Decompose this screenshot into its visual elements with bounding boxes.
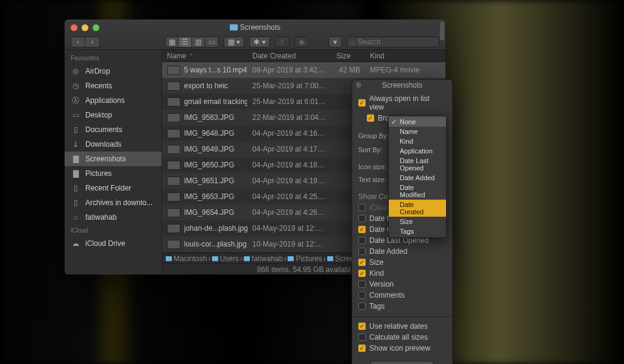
- column-view-button[interactable]: ▥: [192, 37, 205, 47]
- toolbar: ▦ ☰ ▥ ▭ ▦ ▾ ✱ ▾ ⇧ ◉ ▾ ⌕ Search: [165, 37, 439, 47]
- path-segment[interactable]: Macintosh: [166, 254, 207, 263]
- sidebar-item-documents[interactable]: ▯Documents: [65, 122, 161, 137]
- folder-icon: [327, 256, 333, 261]
- file-thumbnail-icon: [167, 192, 180, 201]
- use-as-defaults-button[interactable]: Use as Defaults: [370, 361, 434, 364]
- file-name: 5 ways t...s 10.mp4: [184, 66, 247, 74]
- menu-item-none[interactable]: None: [389, 117, 446, 127]
- folder-icon: [212, 256, 218, 261]
- path-segment[interactable]: Pictures: [288, 254, 322, 263]
- menu-item-date-modified[interactable]: Date Modified: [389, 183, 446, 200]
- house-icon: ⌂: [71, 213, 80, 222]
- tags-button[interactable]: ◉: [294, 37, 309, 47]
- file-name: IMG_9649.JPG: [184, 145, 235, 153]
- file-thumbnail-icon: [167, 145, 180, 154]
- dropdown-button[interactable]: ▾: [328, 37, 342, 47]
- file-date: 04-Apr-2019 at 4:17 am: [247, 145, 332, 153]
- group-by-menu[interactable]: NoneNameKindApplicationDate Last OpenedD…: [388, 115, 447, 238]
- file-name: gmail email tracking: [184, 97, 247, 106]
- file-thumbnail-icon: [167, 66, 180, 75]
- column-size[interactable]: Size: [332, 50, 365, 61]
- share-button[interactable]: ⇧: [275, 37, 289, 47]
- file-size: 42 MB: [332, 66, 365, 74]
- path-segment[interactable]: Users: [212, 254, 239, 263]
- file-date: 04-Apr-2019 at 4:16 am: [247, 129, 332, 138]
- list-view-button[interactable]: ☰: [179, 37, 192, 47]
- menu-item-kind[interactable]: Kind: [389, 136, 446, 146]
- window-controls: [71, 24, 99, 31]
- airdrop-icon: ◎: [71, 67, 80, 75]
- menu-item-size[interactable]: Size: [389, 217, 446, 226]
- menu-item-name[interactable]: Name: [389, 127, 446, 136]
- doc-icon: ▯: [71, 184, 80, 192]
- sidebar-item-label: Screenshots: [85, 155, 126, 163]
- sidebar-item-airdrop[interactable]: ◎AirDrop: [65, 64, 161, 79]
- sidebar-item-label: Recents: [85, 82, 112, 90]
- fullscreen-window-button[interactable]: [93, 24, 99, 31]
- sidebar-item-recent-folder[interactable]: ▯Recent Folder: [65, 181, 161, 195]
- file-name: IMG_9651.JPG: [184, 177, 235, 185]
- sidebar-item-archives-in-downlo-[interactable]: ▯Archives in downlo...: [65, 195, 161, 210]
- relative-dates-checkbox[interactable]: ✓Use relative dates: [358, 321, 446, 332]
- chevron-right-icon: ›: [284, 254, 286, 263]
- sidebar-item-applications[interactable]: ⒶApplications: [65, 93, 161, 108]
- nav-buttons: ‹ ›: [71, 37, 100, 47]
- sidebar-item-screenshots[interactable]: ▇Screenshots: [65, 152, 161, 166]
- sidebar-item-fatiwahab[interactable]: ⌂fatiwahab: [65, 210, 161, 225]
- path-segment[interactable]: fatiwahab: [244, 254, 283, 263]
- arrange-button[interactable]: ▦ ▾: [224, 37, 244, 47]
- menu-item-tags[interactable]: Tags: [389, 226, 446, 236]
- column-toggle-tags[interactable]: Tags: [358, 301, 446, 312]
- back-button[interactable]: ‹: [71, 37, 85, 47]
- show-preview-checkbox[interactable]: ✓Show icon preview: [358, 343, 446, 354]
- chevron-right-icon: ›: [208, 254, 211, 263]
- desktop-icon: ▭: [71, 111, 80, 119]
- panel-close-button[interactable]: [356, 82, 361, 88]
- file-kind: MPEG-4 movie: [365, 66, 445, 74]
- column-toggle-version[interactable]: Version: [358, 279, 446, 290]
- download-icon: ⤓: [71, 140, 80, 149]
- file-thumbnail-icon: [167, 177, 180, 186]
- sidebar-item-label: Applications: [85, 96, 125, 105]
- sidebar-item-icloud-drive[interactable]: ☁iCloud Drive: [65, 236, 161, 251]
- file-date: 10-May-2019 at 12:08 am: [247, 240, 332, 248]
- app-icon: Ⓐ: [71, 96, 80, 105]
- search-field[interactable]: ⌕ Search: [347, 37, 439, 47]
- forward-button[interactable]: ›: [85, 37, 100, 47]
- column-toggle-kind[interactable]: ✓Kind: [358, 268, 446, 279]
- folder-icon: [288, 256, 294, 261]
- column-toggle-comments[interactable]: Comments: [358, 290, 446, 301]
- menu-item-application[interactable]: Application: [389, 146, 446, 156]
- icon-view-button[interactable]: ▦: [165, 37, 179, 47]
- close-window-button[interactable]: [71, 24, 77, 31]
- sidebar-item-label: Desktop: [85, 111, 112, 119]
- gallery-view-button[interactable]: ▭: [205, 37, 219, 47]
- menu-item-date-created[interactable]: Date Created: [389, 200, 446, 217]
- sidebar-item-label: iCloud Drive: [85, 239, 125, 248]
- calc-sizes-checkbox[interactable]: Calculate all sizes: [358, 332, 446, 343]
- file-date: 04-Apr-2019 at 4:26 am: [247, 208, 332, 217]
- file-date: 08-Apr-2019 at 3:42 am: [247, 66, 332, 74]
- file-name: IMG_9653.JPG: [184, 192, 235, 201]
- column-kind[interactable]: Kind: [365, 50, 445, 61]
- column-toggle-date-added[interactable]: Date Added: [358, 246, 446, 257]
- menu-item-date-last-opened[interactable]: Date Last Opened: [389, 156, 446, 173]
- file-name: louis-cor...plash.jpg: [184, 240, 247, 248]
- column-toggle-size[interactable]: ✓Size: [358, 257, 446, 268]
- action-button[interactable]: ✱ ▾: [249, 37, 269, 47]
- file-row[interactable]: 5 ways t...s 10.mp408-Apr-2019 at 3:42 a…: [162, 62, 445, 78]
- menu-item-date-added[interactable]: Date Added: [389, 173, 446, 183]
- column-date-created[interactable]: Date Created: [247, 50, 332, 61]
- always-list-checkbox[interactable]: ✓Always open in list view: [358, 93, 446, 113]
- sidebar-item-recents[interactable]: ◷Recents: [65, 79, 161, 93]
- column-name[interactable]: Name⌃: [162, 50, 247, 61]
- file-date: 22-Mar-2019 at 3:04 am: [247, 113, 332, 122]
- window-title: Screenshots: [230, 23, 281, 32]
- sidebar-item-downloads[interactable]: ⤓Downloads: [65, 137, 161, 152]
- search-placeholder: Search: [358, 38, 381, 46]
- file-thumbnail-icon: [167, 208, 180, 217]
- minimize-window-button[interactable]: [82, 24, 88, 31]
- file-thumbnail-icon: [167, 224, 180, 233]
- sidebar-item-pictures[interactable]: ▇Pictures: [65, 166, 161, 181]
- sidebar-item-desktop[interactable]: ▭Desktop: [65, 108, 161, 122]
